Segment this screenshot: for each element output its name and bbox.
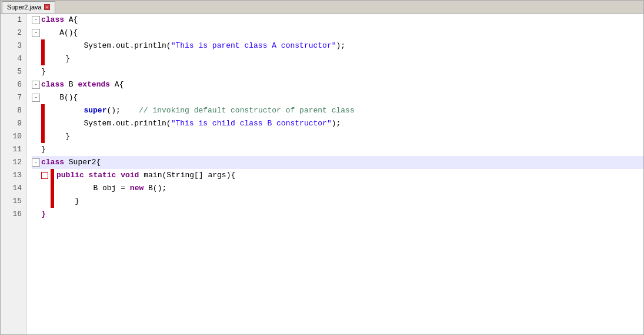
code-15: } [56, 195, 79, 208]
code-line-5: } [32, 65, 643, 78]
line-num-16: 16 [1, 208, 22, 221]
code-line-3: System.out.println("This is parent class… [32, 39, 643, 52]
code-7: B(){ [41, 91, 78, 104]
code-line-14: B obj = new B(); [32, 182, 643, 195]
closing-brace-16: } [41, 208, 46, 221]
line-num-4: 4 [1, 52, 22, 65]
bar-3 [41, 39, 45, 52]
bar-9 [41, 117, 45, 130]
code-line-6: - class B extends A{ [32, 78, 643, 91]
code-8b: (); [106, 104, 139, 117]
kw-new-14: new [130, 182, 148, 195]
line-num-15: 15 [1, 195, 22, 208]
kw-static-13: static [89, 169, 121, 182]
code-line-13: public static void main(String[] args){ [32, 169, 643, 182]
code-10: } [47, 130, 70, 143]
code-8a [47, 104, 84, 117]
code-line-1: - class A{ [32, 14, 643, 26]
kw-class-1: class [41, 14, 69, 26]
code-line-9: System.out.println("This is child class … [32, 117, 643, 130]
code-9: System.out.println("This is child class … [47, 117, 341, 130]
gutter-icon-13 [41, 172, 48, 179]
code-4: } [47, 52, 70, 65]
kw-class-6: class [41, 78, 69, 91]
kw-super-8: super [84, 104, 106, 117]
editor-area: 1 2 3 4 5 6 7 8 9 10 11 12 13 14 15 16 -… [1, 14, 643, 334]
code-11: } [41, 143, 46, 156]
bar-15 [51, 195, 54, 208]
code-13b: main(String[] args){ [144, 169, 235, 182]
code-3: System.out.println("This is parent class… [47, 39, 345, 52]
bar-8 [41, 104, 45, 117]
fold-icon-12[interactable]: - [32, 158, 40, 167]
code-line-2: - A(){ [32, 26, 643, 39]
code-line-11: } [32, 143, 643, 156]
fold-icon-6[interactable]: - [32, 81, 40, 89]
tab-close-icon[interactable]: × [44, 4, 50, 10]
code-content[interactable]: - class A{ - A(){ System.out.println("Th… [27, 14, 643, 334]
class-a-ref: A{ [115, 78, 124, 91]
line-num-3: 3 [1, 39, 22, 52]
line-num-13: 13 [1, 169, 22, 182]
code-line-7: - B(){ [32, 91, 643, 104]
line-num-8: 8 [1, 104, 22, 117]
kw-public-13: public [56, 169, 89, 182]
comment-8: // invoking default constructor of paren… [139, 104, 355, 117]
bar-4 [41, 52, 45, 65]
line-num-11: 11 [1, 143, 22, 156]
fold-icon-2[interactable]: - [32, 29, 40, 37]
line-num-6: 6 [1, 78, 22, 91]
kw-extends-6: extends [78, 78, 114, 91]
kw-class-12: class [41, 156, 69, 169]
code-line-10: } [32, 130, 643, 143]
class-super2: Super2{ [69, 156, 101, 169]
line-num-10: 10 [1, 130, 22, 143]
fold-icon-1[interactable]: - [32, 16, 40, 24]
line-numbers: 1 2 3 4 5 6 7 8 9 10 11 12 13 14 15 16 [1, 14, 27, 334]
bar-13 [51, 169, 54, 182]
editor-window: Super2.java × 1 2 3 4 5 6 7 8 9 10 11 12… [0, 0, 644, 335]
bar-10 [41, 130, 45, 143]
code-line-15: } [32, 195, 643, 208]
kw-void-13: void [121, 169, 144, 182]
bar-14 [51, 182, 54, 195]
code-5: } [41, 65, 46, 78]
code-line-8: super(); // invoking default constructor… [32, 104, 643, 117]
code-line-12: - class Super2{ [32, 156, 643, 169]
line-num-1: 1 [1, 14, 22, 26]
line-num-12: 12 [1, 156, 22, 169]
tab-super2-java[interactable]: Super2.java × [2, 1, 55, 13]
class-name-1: A{ [69, 14, 78, 26]
line-num-9: 9 [1, 117, 22, 130]
line-num-5: 5 [1, 65, 22, 78]
code-14a: B obj = [56, 182, 130, 195]
code-line-4: } [32, 52, 643, 65]
fold-icon-7[interactable]: - [32, 94, 40, 102]
tab-bar: Super2.java × [1, 1, 643, 14]
code-14b: B(); [148, 182, 166, 195]
tab-label: Super2.java [7, 4, 42, 11]
line-num-14: 14 [1, 182, 22, 195]
indent-2: A(){ [41, 26, 78, 39]
code-line-16: } [32, 208, 643, 221]
line-num-7: 7 [1, 91, 22, 104]
line-num-2: 2 [1, 26, 22, 39]
class-b: B [69, 78, 78, 91]
